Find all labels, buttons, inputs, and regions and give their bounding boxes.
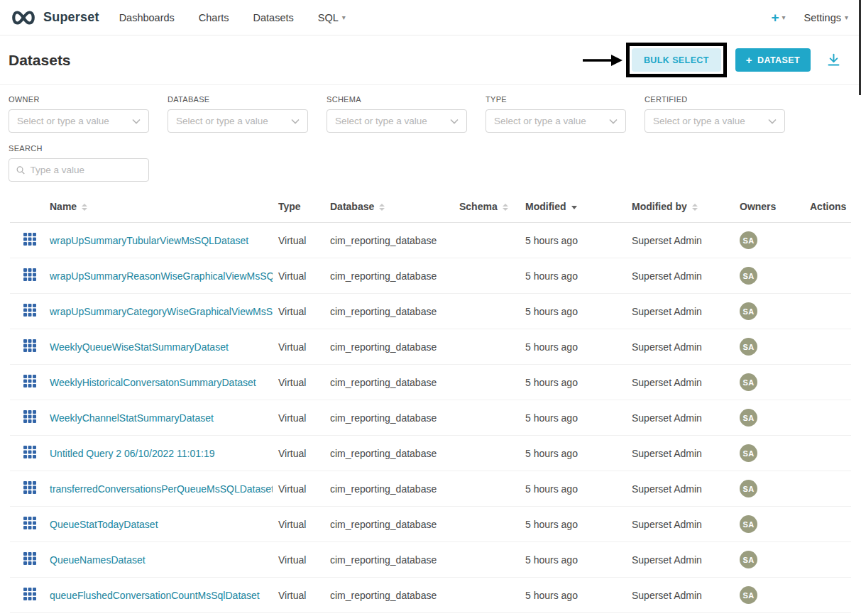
- export-download-icon[interactable]: [826, 53, 841, 67]
- column-header-schema[interactable]: Schema: [454, 191, 520, 223]
- column-header-modified[interactable]: Modified: [520, 191, 626, 223]
- dataset-modified-cell: 5 hours ago: [520, 365, 626, 400]
- dataset-grid-icon: [23, 517, 36, 529]
- column-label: Actions: [810, 201, 846, 212]
- dataset-database-cell: cim_reporting_database: [324, 294, 454, 329]
- dataset-schema-cell: [454, 436, 520, 471]
- brand-name: Superset: [43, 10, 99, 25]
- header-actions: BULK SELECT + DATASET: [582, 43, 851, 77]
- filter-label: TYPE: [486, 95, 626, 104]
- dataset-grid-icon: [23, 233, 36, 246]
- owner-avatar[interactable]: SA: [740, 444, 757, 462]
- dataset-grid-icon: [23, 410, 36, 423]
- dataset-schema-cell: [454, 400, 520, 436]
- type-filter-select[interactable]: Select or type a value: [486, 109, 626, 133]
- owner-avatar[interactable]: SA: [740, 231, 757, 249]
- sort-icon: [692, 204, 698, 211]
- owner-avatar[interactable]: SA: [740, 373, 757, 391]
- schema-filter-select[interactable]: Select or type a value: [327, 109, 467, 133]
- row-actions-cell: [804, 223, 851, 258]
- settings-menu[interactable]: Settings ▾: [804, 12, 848, 23]
- owner-avatar[interactable]: SA: [740, 409, 757, 427]
- owner-filter-select[interactable]: Select or type a value: [9, 109, 149, 133]
- dataset-modified-cell: 5 hours ago: [520, 578, 626, 613]
- owner-avatar[interactable]: SA: [740, 551, 757, 568]
- owner-avatar[interactable]: SA: [740, 515, 757, 533]
- add-dataset-button[interactable]: + DATASET: [735, 48, 811, 72]
- row-actions-cell: [804, 436, 851, 471]
- dataset-grid-icon: [23, 481, 36, 494]
- column-header-type: Type: [273, 191, 324, 223]
- dataset-modified-by-cell: Superset Admin: [626, 578, 734, 613]
- column-header-database[interactable]: Database: [324, 191, 454, 223]
- dataset-grid-icon: [23, 268, 36, 281]
- dataset-type-cell: Virtual: [273, 294, 324, 329]
- filter-label: SEARCH: [9, 144, 149, 153]
- column-header-name[interactable]: Name: [44, 191, 273, 223]
- select-placeholder: Select or type a value: [653, 116, 745, 126]
- search-input[interactable]: [30, 165, 141, 175]
- settings-label: Settings: [804, 12, 841, 23]
- select-placeholder: Select or type a value: [335, 116, 427, 126]
- dataset-name-link[interactable]: WeeklyChannelStatSummaryDataset: [50, 412, 214, 424]
- dataset-grid-icon: [23, 588, 36, 600]
- certified-filter-select[interactable]: Select or type a value: [645, 109, 785, 133]
- nav-sql[interactable]: SQL▾: [318, 12, 346, 23]
- sort-desc-icon: [571, 206, 577, 209]
- select-placeholder: Select or type a value: [494, 116, 586, 126]
- dataset-modified-cell: 5 hours ago: [520, 329, 626, 365]
- dataset-name-link[interactable]: wrapUpSummaryTubularViewMsSQLDataset: [50, 235, 248, 246]
- select-placeholder: Select or type a value: [176, 116, 268, 126]
- dataset-modified-cell: 5 hours ago: [520, 258, 626, 294]
- dataset-name-link[interactable]: WeeklyHistoricalConversatonSummaryDatase…: [50, 377, 256, 388]
- dataset-type-cell: Virtual: [273, 223, 324, 258]
- new-menu-button[interactable]: + ▾: [771, 11, 785, 24]
- nav-datasets[interactable]: Datasets: [253, 12, 294, 23]
- filters-bar: OWNER Select or type a value DATABASE Se…: [0, 85, 861, 182]
- dataset-modified-by-cell: Superset Admin: [626, 613, 734, 616]
- dataset-modified-cell: 5 hours ago: [520, 542, 626, 578]
- dataset-name-link[interactable]: WeeklyQueueWiseStatSummaryDataset: [50, 341, 229, 353]
- dataset-schema-cell: [454, 365, 520, 400]
- column-header-modified-by[interactable]: Modified by: [626, 191, 734, 223]
- owner-avatar[interactable]: SA: [740, 338, 757, 356]
- dataset-name-link[interactable]: queueFlushedConversationCountMsSqlDatase…: [50, 590, 260, 601]
- bulk-select-button[interactable]: BULK SELECT: [632, 48, 721, 72]
- column-label: Owners: [740, 201, 776, 212]
- select-placeholder: Select or type a value: [17, 116, 109, 126]
- table-row: QueueNamesDataset Virtual cim_reporting_…: [10, 542, 851, 578]
- row-actions-cell: [804, 400, 851, 436]
- dataset-database-cell: cim_reporting_database: [324, 223, 454, 258]
- dataset-schema-cell: [454, 471, 520, 507]
- nav-charts[interactable]: Charts: [199, 12, 229, 23]
- row-actions-cell: [804, 329, 851, 365]
- dataset-type-cell: Virtual: [273, 578, 324, 613]
- nav-dashboards[interactable]: Dashboards: [119, 12, 175, 23]
- dataset-modified-cell: 5 hours ago: [520, 613, 626, 616]
- owner-avatar[interactable]: SA: [740, 302, 757, 320]
- owner-avatar[interactable]: SA: [740, 586, 757, 604]
- dataset-name-link[interactable]: QueueNamesDataset: [50, 554, 146, 566]
- dataset-name-link[interactable]: Untitled Query 2 06/10/2022 11:01:19: [50, 448, 214, 459]
- chevron-down-icon: [291, 119, 300, 124]
- dataset-modified-by-cell: Superset Admin: [626, 365, 734, 400]
- owner-avatar[interactable]: SA: [740, 267, 757, 285]
- dataset-grid-icon: [23, 446, 36, 458]
- dataset-name-link[interactable]: transferredConversationsPerQueueMsSQLDat…: [50, 483, 273, 495]
- dataset-type-cell: Virtual: [273, 365, 324, 400]
- dataset-schema-cell: [454, 223, 520, 258]
- dataset-name-link[interactable]: wrapUpSummaryReasonWiseGraphicalViewMsSQ…: [50, 270, 273, 282]
- dataset-type-cell: Virtual: [273, 436, 324, 471]
- nav-label: Dashboards: [119, 12, 175, 23]
- database-filter-select[interactable]: Select or type a value: [168, 109, 308, 133]
- filter-group-database: DATABASE Select or type a value: [168, 95, 308, 133]
- column-label: Schema: [459, 201, 498, 212]
- dataset-modified-by-cell: Superset Admin: [626, 223, 734, 258]
- table-row: Query Data For Conversational Detail Vir…: [10, 613, 851, 616]
- superset-logo[interactable]: Superset: [10, 9, 99, 26]
- dataset-name-link[interactable]: QueueStatTodayDataset: [50, 519, 158, 530]
- dataset-name-link[interactable]: wrapUpSummaryCategoryWiseGraphicalViewMs…: [50, 306, 273, 317]
- owner-avatar[interactable]: SA: [740, 480, 757, 497]
- row-actions-cell: [804, 613, 851, 616]
- dataset-modified-by-cell: Superset Admin: [626, 294, 734, 329]
